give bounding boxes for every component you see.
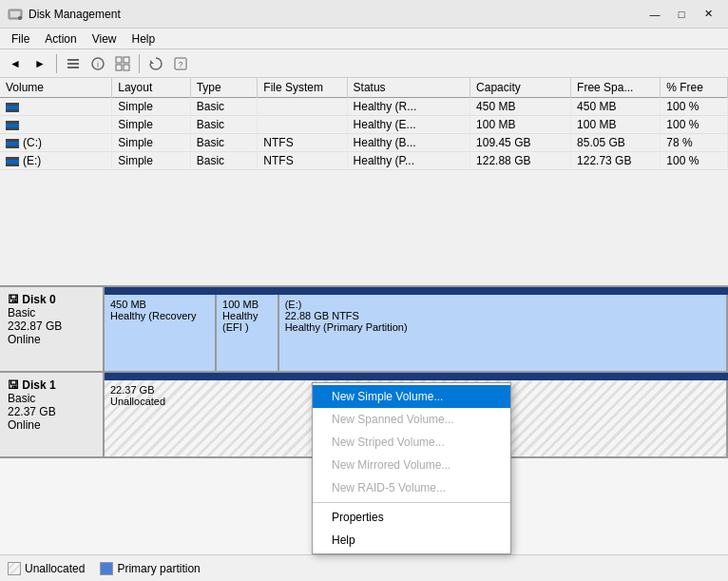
col-status: Status	[347, 78, 470, 98]
help-icon: ?	[173, 56, 188, 71]
ctx-help[interactable]: Help	[313, 529, 510, 552]
menu-action[interactable]: Action	[37, 30, 84, 48]
context-menu: New Simple Volume... New Spanned Volume.…	[312, 382, 511, 554]
list-icon	[66, 56, 81, 71]
cell-volume: (E:)	[0, 152, 112, 170]
ctx-separator	[313, 502, 510, 503]
table-row[interactable]: Simple Basic Healthy (E... 100 MB 100 MB…	[0, 116, 728, 134]
cell-fs	[258, 116, 347, 134]
disk-0-type: Basic	[8, 306, 95, 320]
disk-0-label: 🖫 Disk 0 Basic 232.87 GB Online	[0, 287, 105, 371]
cell-pct: 100 %	[661, 152, 728, 170]
disk-0-name: 🖫 Disk 0	[8, 293, 95, 306]
ctx-new-mirrored-volume: New Mirrored Volume...	[313, 454, 510, 476]
disk-1-label: 🖫 Disk 1 Basic 22.37 GB Online	[0, 373, 105, 456]
refresh-icon	[148, 56, 163, 71]
cell-layout: Simple	[112, 116, 190, 134]
cell-status: Healthy (E...	[347, 116, 470, 134]
svg-text:?: ?	[178, 60, 182, 69]
table-row[interactable]: (C:) Simple Basic NTFS Healthy (B... 109…	[0, 134, 728, 152]
svg-rect-8	[116, 57, 122, 63]
cell-fs: NTFS	[258, 134, 347, 152]
window-title: Disk Management	[29, 8, 121, 21]
cell-free: 100 MB	[571, 116, 661, 134]
menu-file[interactable]: File	[4, 30, 37, 48]
maximize-button[interactable]: □	[669, 5, 694, 24]
disk-0-partition-1[interactable]: 450 MB Healthy (Recovery	[105, 287, 217, 371]
properties-button[interactable]: i	[86, 52, 109, 75]
col-layout: Layout	[112, 78, 190, 98]
info-icon: i	[90, 56, 105, 71]
menu-bar: File Action View Help	[0, 29, 728, 49]
ctx-new-raid5-volume: New RAID-5 Volume...	[313, 476, 510, 499]
minimize-button[interactable]: —	[642, 5, 667, 24]
volume-table-area: Volume Layout Type File System Status Ca…	[0, 78, 728, 287]
col-capacity: Capacity	[470, 78, 571, 98]
main-content: Volume Layout Type File System Status Ca…	[0, 78, 728, 581]
col-pct: % Free	[661, 78, 728, 98]
col-free: Free Spa...	[571, 78, 661, 98]
svg-marker-12	[150, 60, 154, 64]
cell-type: Basic	[190, 134, 258, 152]
status-bar: Unallocated Primary partition	[0, 554, 728, 581]
volume-table: Volume Layout Type File System Status Ca…	[0, 78, 728, 170]
disk-view-button[interactable]	[111, 52, 134, 75]
back-button[interactable]: ◄	[4, 52, 27, 75]
cell-type: Basic	[190, 152, 258, 170]
menu-help[interactable]: Help	[125, 30, 163, 48]
ctx-new-simple-volume[interactable]: New Simple Volume...	[313, 385, 510, 408]
svg-point-2	[18, 16, 22, 20]
table-row[interactable]: Simple Basic Healthy (R... 450 MB 450 MB…	[0, 98, 728, 116]
toolbar-separator-2	[139, 54, 140, 73]
app-icon	[8, 7, 23, 22]
table-header-row: Volume Layout Type File System Status Ca…	[0, 78, 728, 98]
cell-capacity: 122.88 GB	[470, 152, 571, 170]
close-button[interactable]: ✕	[696, 5, 720, 24]
partition-label: Healthy (Primary Partition)	[285, 321, 720, 333]
cell-capacity: 450 MB	[470, 98, 571, 116]
disk-0-row: 🖫 Disk 0 Basic 232.87 GB Online 450 MB H…	[0, 287, 728, 373]
menu-view[interactable]: View	[85, 30, 125, 48]
svg-text:i: i	[97, 60, 99, 69]
disk-1-name: 🖫 Disk 1	[8, 378, 95, 392]
ctx-new-striped-volume: New Striped Volume...	[313, 431, 510, 454]
cell-pct: 100 %	[661, 116, 728, 134]
disk-0-partition-3[interactable]: (E:) 22.88 GB NTFS Healthy (Primary Part…	[279, 287, 728, 371]
disk-0-partition-2[interactable]: 100 MB Healthy (EFI )	[217, 287, 279, 371]
volume-list-button[interactable]	[62, 52, 85, 75]
ctx-properties[interactable]: Properties	[313, 506, 510, 529]
partition-label: Healthy (Recovery	[110, 310, 209, 321]
partition-drive: (E:)	[285, 299, 720, 310]
legend-unalloc-icon	[8, 562, 21, 575]
cell-type: Basic	[190, 98, 258, 116]
cell-free: 122.73 GB	[571, 152, 661, 170]
legend-primary-icon	[100, 562, 113, 575]
cell-pct: 78 %	[661, 134, 728, 152]
partition-size: 22.88 GB NTFS	[285, 310, 720, 321]
cell-volume: (C:)	[0, 134, 112, 152]
cell-fs: NTFS	[258, 152, 347, 170]
toolbar: ◄ ► i ?	[0, 49, 728, 78]
toolbar-separator-1	[56, 54, 57, 73]
grid-icon	[115, 56, 130, 71]
partition-size: 450 MB	[110, 299, 209, 310]
svg-rect-3	[67, 59, 79, 61]
svg-rect-5	[67, 67, 79, 68]
refresh-button[interactable]	[144, 52, 167, 75]
svg-rect-9	[124, 57, 129, 63]
cell-free: 450 MB	[571, 98, 661, 116]
help-toolbar-button[interactable]: ?	[169, 52, 192, 75]
cell-layout: Simple	[112, 152, 190, 170]
cell-capacity: 109.45 GB	[470, 134, 571, 152]
col-fs: File System	[258, 78, 347, 98]
disk-0-partitions: 450 MB Healthy (Recovery 100 MB Healthy …	[105, 287, 728, 371]
forward-button[interactable]: ►	[29, 52, 51, 75]
legend-unalloc-label: Unallocated	[25, 562, 85, 575]
table-row[interactable]: (E:) Simple Basic NTFS Healthy (P... 122…	[0, 152, 728, 170]
legend-unallocated: Unallocated	[8, 562, 85, 575]
disk-0-status: Online	[8, 333, 95, 346]
cell-status: Healthy (P...	[347, 152, 470, 170]
cell-status: Healthy (R...	[347, 98, 470, 116]
disk-1-size: 22.37 GB	[8, 405, 95, 418]
disk-1-status: Online	[8, 418, 95, 432]
